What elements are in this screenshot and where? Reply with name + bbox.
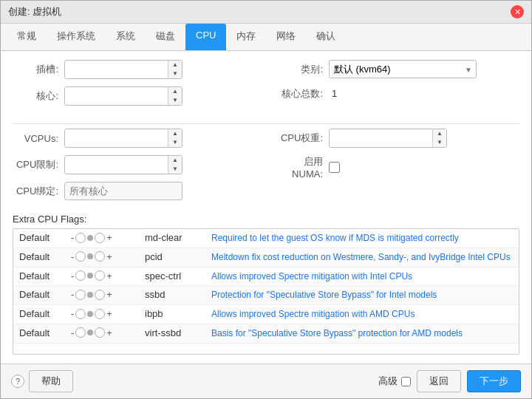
plus-icon[interactable]: + bbox=[106, 270, 112, 282]
cpu-weight-up-arrow[interactable]: ▲ bbox=[433, 129, 446, 138]
tab-memory[interactable]: 内存 bbox=[226, 24, 266, 50]
total-core-value: 1 bbox=[329, 86, 340, 101]
flag-default-cell: Default bbox=[13, 267, 65, 287]
plus-icon[interactable]: + bbox=[106, 251, 112, 262]
minus-icon[interactable]: - bbox=[71, 327, 74, 338]
plus-icon[interactable]: + bbox=[106, 308, 112, 319]
vcpu-up-arrow[interactable]: ▲ bbox=[168, 129, 182, 138]
tab-confirm[interactable]: 确认 bbox=[306, 24, 346, 50]
flag-default-label: Default bbox=[19, 289, 50, 300]
minus-icon[interactable]: - bbox=[71, 289, 74, 300]
extra-flags-label: Extra CPU Flags: bbox=[13, 214, 519, 225]
flag-default-label: Default bbox=[19, 308, 50, 319]
vcpu-down-arrow[interactable]: ▼ bbox=[168, 138, 182, 147]
flag-control-cell: - + bbox=[65, 267, 139, 287]
minus-icon[interactable]: - bbox=[71, 232, 74, 243]
slot-input[interactable]: 1 bbox=[65, 62, 168, 78]
table-row: Default - + ibpb Allows improved Spectre… bbox=[13, 305, 519, 324]
minus-icon[interactable]: - bbox=[71, 308, 74, 319]
flag-control-group: - + bbox=[71, 251, 133, 262]
core-spinner: 1 ▲ ▼ bbox=[64, 86, 183, 106]
table-row: Default - + pcid Meltdown fix cost reduc… bbox=[13, 248, 519, 267]
toggle-circle-1 bbox=[75, 290, 86, 300]
flag-desc-cell: Required to let the guest OS know if MDS… bbox=[205, 229, 519, 248]
back-button[interactable]: 返回 bbox=[417, 370, 461, 392]
table-row: Default - + md-clear Required to let the… bbox=[13, 229, 519, 248]
toggle-circle-2 bbox=[95, 327, 105, 338]
enable-numa-checkbox[interactable] bbox=[329, 162, 340, 173]
vcpu-label: VCPUs: bbox=[13, 133, 64, 144]
flag-desc: Allows improved Spectre mitigation with … bbox=[211, 271, 412, 282]
col-right-weight: CPU权重: 100 ▲ ▼ 启用NUMA: bbox=[273, 129, 519, 208]
flag-control-cell: - + bbox=[65, 286, 139, 305]
type-label: 类别: bbox=[273, 63, 329, 76]
vcpu-input[interactable]: 1 bbox=[65, 131, 168, 146]
col-left-vcpu: VCPUs: 1 ▲ ▼ CPU限制: 无限制 ▲ bbox=[13, 129, 259, 208]
toggle-dot bbox=[87, 330, 93, 335]
toggle-dot bbox=[87, 273, 93, 279]
flag-default-cell: Default bbox=[13, 324, 65, 344]
slot-up-arrow[interactable]: ▲ bbox=[168, 61, 182, 69]
section-vcpu-weight: VCPUs: 1 ▲ ▼ CPU限制: 无限制 ▲ bbox=[13, 129, 519, 208]
cpu-limit-up-arrow[interactable]: ▲ bbox=[168, 156, 182, 165]
flag-name-cell: ibpb bbox=[139, 305, 205, 324]
cpu-weight-arrows: ▲ ▼ bbox=[432, 129, 446, 147]
plus-icon[interactable]: + bbox=[106, 289, 112, 300]
flag-control-group: - + bbox=[71, 289, 133, 300]
cpu-weight-spinner: 100 ▲ ▼ bbox=[329, 129, 447, 148]
row-core: 核心: 1 ▲ ▼ bbox=[13, 86, 259, 106]
type-select[interactable]: 默认 (kvm64) bbox=[329, 60, 477, 78]
slot-label: 插槽: bbox=[13, 63, 64, 76]
flag-default-cell: Default bbox=[13, 248, 65, 267]
flag-name-cell: md-clear bbox=[139, 229, 205, 248]
flag-control-group: - + bbox=[71, 232, 133, 243]
cpu-bind-input[interactable] bbox=[64, 182, 183, 200]
row-cpu-limit: CPU限制: 无限制 ▲ ▼ bbox=[13, 155, 259, 174]
tab-network[interactable]: 网络 bbox=[266, 24, 306, 50]
tab-system[interactable]: 系统 bbox=[106, 24, 146, 50]
cpu-limit-down-arrow[interactable]: ▼ bbox=[168, 165, 182, 174]
toggle-dot bbox=[87, 292, 93, 298]
flag-control-group: - + bbox=[71, 270, 133, 282]
table-row: Default - + ssbd Protection for "Specula… bbox=[13, 286, 519, 305]
toggle-circle-2 bbox=[95, 290, 105, 300]
minus-icon[interactable]: - bbox=[71, 270, 74, 282]
flag-control-group: - + bbox=[71, 308, 133, 319]
help-button[interactable]: 帮助 bbox=[29, 370, 73, 392]
window-title: 创建: 虚拟机 bbox=[8, 5, 61, 18]
row-enable-numa: 启用NUMA: bbox=[273, 155, 519, 180]
vcpu-arrows: ▲ ▼ bbox=[168, 129, 182, 147]
core-down-arrow[interactable]: ▼ bbox=[168, 96, 182, 105]
tab-disk[interactable]: 磁盘 bbox=[146, 24, 185, 50]
flag-desc: Required to let the guest OS know if MDS… bbox=[211, 233, 459, 243]
minus-icon[interactable]: - bbox=[71, 251, 74, 262]
tab-os[interactable]: 操作系统 bbox=[47, 24, 106, 50]
core-input[interactable]: 1 bbox=[65, 89, 168, 104]
slot-down-arrow[interactable]: ▼ bbox=[168, 69, 182, 78]
toggle-dot bbox=[87, 253, 93, 259]
flag-name: virt-ssbd bbox=[145, 327, 181, 338]
row-total-core: 核心总数: 1 bbox=[273, 86, 519, 101]
core-up-arrow[interactable]: ▲ bbox=[168, 87, 182, 96]
flag-desc-cell: Protection for "Speculative Store Bypass… bbox=[205, 286, 519, 305]
plus-icon[interactable]: + bbox=[106, 232, 112, 243]
flag-name-cell: ssbd bbox=[139, 286, 205, 305]
cpu-limit-input[interactable]: 无限制 bbox=[65, 157, 168, 173]
tab-cpu[interactable]: CPU bbox=[185, 24, 226, 50]
close-button[interactable]: ✕ bbox=[511, 5, 524, 18]
tab-general[interactable]: 常规 bbox=[7, 24, 47, 50]
advanced-label: 高级 bbox=[378, 375, 398, 388]
advanced-checkbox[interactable] bbox=[401, 377, 411, 386]
cpu-bind-label: CPU绑定: bbox=[13, 185, 64, 198]
flag-control-cell: - + bbox=[65, 248, 139, 267]
section-slot-type: 插槽: 1 ▲ ▼ 核心: 1 ▲ ▼ bbox=[13, 60, 519, 113]
flag-desc: Meltdown fix cost reduction on Westmere,… bbox=[211, 252, 511, 262]
flag-desc-cell: Allows improved Spectre mitigation with … bbox=[205, 305, 519, 324]
core-arrows: ▲ ▼ bbox=[168, 87, 182, 105]
cpu-weight-down-arrow[interactable]: ▼ bbox=[433, 138, 446, 147]
cpu-weight-input[interactable]: 100 bbox=[330, 131, 432, 146]
title-bar: 创建: 虚拟机 ✕ bbox=[1, 1, 531, 24]
plus-icon[interactable]: + bbox=[106, 327, 112, 338]
next-button[interactable]: 下一步 bbox=[467, 370, 521, 392]
toggle-circle-2 bbox=[95, 270, 105, 281]
